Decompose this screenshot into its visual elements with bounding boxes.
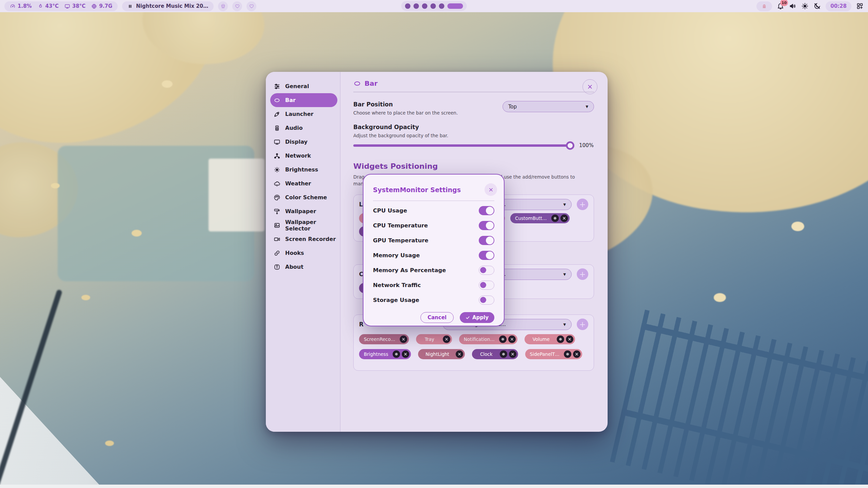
workspace-dot-5[interactable]: [439, 3, 445, 9]
gear-icon: [558, 337, 563, 341]
chip-settings-button[interactable]: [551, 215, 559, 222]
chip-remove-button[interactable]: [400, 336, 407, 343]
memory-usage-toggle[interactable]: [479, 251, 494, 260]
network-traffic-toggle[interactable]: [479, 281, 494, 290]
opacity-slider-knob[interactable]: [566, 141, 574, 150]
chip-remove-button[interactable]: [443, 336, 450, 343]
cpu-temperature-toggle[interactable]: [479, 221, 494, 230]
cpu-usage-toggle[interactable]: [479, 206, 494, 215]
sidebar-item-label: About: [285, 264, 303, 270]
cancel-button[interactable]: Cancel: [420, 312, 454, 323]
building-window: [209, 159, 264, 231]
widget-chip-clock[interactable]: Clock: [472, 349, 518, 359]
opacity-slider[interactable]: [353, 144, 573, 147]
chip-settings-button[interactable]: [557, 336, 564, 343]
chevron-down-icon: ▼: [563, 272, 566, 276]
chip-remove-button[interactable]: [508, 336, 516, 343]
volume-icon[interactable]: [789, 2, 796, 10]
chip-remove-button[interactable]: [456, 350, 463, 358]
sidebar-item-launcher[interactable]: Launcher: [270, 107, 337, 121]
workspace-dot-2[interactable]: [414, 3, 419, 9]
widget-chip-notifications[interactable]: Notification…: [459, 334, 517, 344]
workspace-dot-4[interactable]: [431, 3, 436, 9]
widget-chip-sidepaneltoggle[interactable]: SidePanelT…: [525, 349, 582, 359]
window-close-button[interactable]: [583, 79, 597, 94]
center-add-widget-button[interactable]: +: [577, 268, 588, 280]
widget-chip-screenrecorder[interactable]: ScreenReco…: [359, 334, 409, 344]
toggle-knob: [480, 297, 486, 303]
chip-settings-button[interactable]: [499, 336, 507, 343]
background-opacity-slider-row: 100%: [353, 142, 594, 148]
workspace-active-indicator[interactable]: [448, 3, 463, 9]
memory-as-percentage-toggle[interactable]: [479, 266, 494, 275]
chip-remove-button[interactable]: [560, 215, 568, 222]
system-tray[interactable]: [756, 1, 772, 11]
heart-button-2[interactable]: [246, 1, 256, 11]
left-add-widget-button[interactable]: +: [577, 199, 588, 210]
sliders-icon: [274, 83, 280, 90]
bar-position-dropdown[interactable]: Top ▼: [502, 101, 594, 112]
chip-remove-button[interactable]: [509, 350, 516, 358]
oval-icon: [274, 97, 280, 104]
workspace-dot-1[interactable]: [405, 3, 411, 9]
chip-settings-button[interactable]: [564, 350, 571, 358]
storage-usage-toggle[interactable]: [479, 296, 494, 305]
widget-chip-custombutton[interactable]: CustomButt…: [510, 213, 570, 223]
sidebar-item-audio[interactable]: Audio: [270, 121, 337, 135]
notifications-button[interactable]: 10: [777, 2, 784, 10]
widget-chip-volume[interactable]: Volume: [525, 334, 575, 344]
sidebar-item-bar[interactable]: Bar: [270, 93, 337, 107]
dashboard-icon[interactable]: [856, 2, 864, 10]
system-stats-pill[interactable]: 1.8% 43°C 38°C 9.7G: [4, 1, 118, 11]
oval-icon: [353, 80, 361, 87]
chip-remove-button[interactable]: [402, 350, 409, 358]
settings-sidebar: General Bar Launcher Audio Display Netwo…: [266, 72, 340, 432]
heart-button-1[interactable]: [232, 1, 242, 11]
widget-chip-tray[interactable]: Tray: [416, 334, 452, 344]
sidebar-item-general[interactable]: General: [270, 79, 337, 93]
sidebar-item-brightness[interactable]: Brightness: [270, 163, 337, 177]
sidebar-item-screen-recorder[interactable]: Screen Recorder: [270, 232, 337, 246]
chip-remove-button[interactable]: [566, 336, 573, 343]
apply-button[interactable]: Apply: [460, 312, 494, 323]
video-camera-icon: [274, 236, 280, 243]
brightness-icon[interactable]: [801, 2, 809, 10]
sidebar-item-label: Network: [285, 152, 311, 159]
close-icon: [403, 352, 408, 356]
chip-remove-button[interactable]: [573, 350, 580, 358]
toggle-row-network-traffic: Network Traffic: [373, 278, 494, 292]
widget-chip-nightlight[interactable]: NightLight: [418, 349, 465, 359]
sidebar-item-label: Brightness: [285, 166, 318, 173]
sidebar-item-wallpaper[interactable]: Wallpaper: [270, 204, 337, 218]
night-light-off-icon[interactable]: [813, 2, 821, 10]
sidebar-item-network[interactable]: Network: [270, 149, 337, 163]
sidebar-item-color-scheme[interactable]: Color Scheme: [270, 190, 337, 204]
chip-settings-button[interactable]: [500, 350, 507, 358]
sidebar-item-weather[interactable]: Weather: [270, 177, 337, 190]
right-chip-row-1: ScreenReco… Tray Notification… Volume: [359, 334, 588, 344]
chip-settings-button[interactable]: [393, 350, 400, 358]
widget-chip-brightness[interactable]: Brightness: [359, 349, 411, 359]
modal-header: SystemMonitor Settings: [373, 183, 494, 196]
sidebar-item-label: Hooks: [285, 250, 304, 256]
sidebar-item-wallpaper-selector[interactable]: Wallpaper Selector: [270, 218, 337, 232]
bar-position-label: Bar Position: [353, 101, 458, 108]
close-icon: [457, 352, 461, 356]
chip-label: NightLight: [426, 351, 449, 357]
skull-button[interactable]: [218, 1, 228, 11]
sidebar-item-display[interactable]: Display: [270, 135, 337, 149]
modal-close-button[interactable]: [485, 183, 497, 196]
toggle-knob: [480, 267, 486, 273]
media-player-pill[interactable]: Nightcore Music Mix 20…: [122, 1, 214, 11]
falling-leaves: [51, 183, 60, 188]
clock[interactable]: 00:28: [826, 1, 851, 11]
chip-label: Brightness: [364, 351, 388, 357]
gpu-temperature-toggle[interactable]: [479, 236, 494, 245]
sidebar-item-hooks[interactable]: Hooks: [270, 246, 337, 260]
right-add-widget-button[interactable]: +: [577, 319, 588, 330]
workspace-dot-3[interactable]: [422, 3, 428, 9]
sidebar-item-about[interactable]: About: [270, 260, 337, 274]
close-icon: [562, 216, 566, 220]
cancel-label: Cancel: [428, 314, 447, 321]
page-title: Bar: [364, 79, 378, 87]
